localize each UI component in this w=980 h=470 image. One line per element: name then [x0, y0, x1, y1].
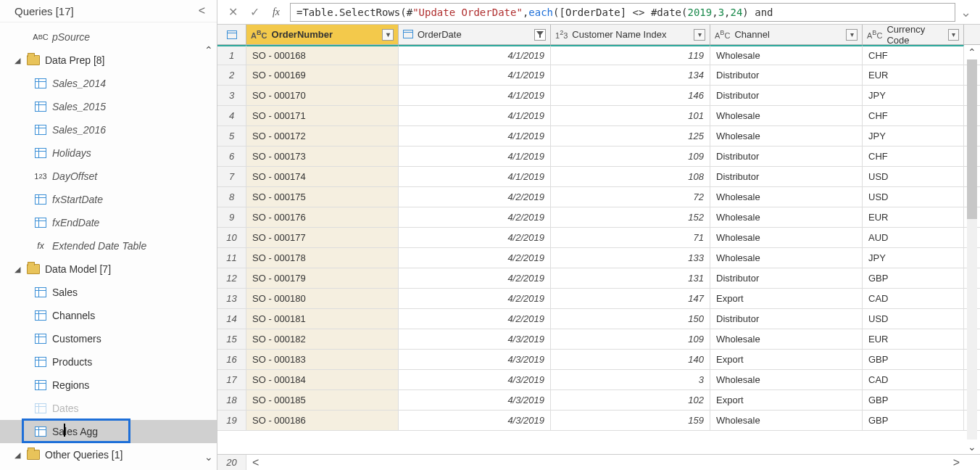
- cell-customer-index[interactable]: 146: [551, 86, 710, 105]
- query-item[interactable]: ABCpSource: [0, 25, 217, 49]
- cell-customer-index[interactable]: 102: [551, 390, 710, 410]
- row-number[interactable]: 16: [217, 350, 246, 369]
- cell-currency[interactable]: JPY: [863, 126, 964, 146]
- query-item[interactable]: fxExtended Date Table: [0, 234, 217, 257]
- query-item[interactable]: fxStartDate: [0, 188, 217, 211]
- table-row[interactable]: 16SO - 0001834/3/2019140ExportGBP: [217, 350, 980, 370]
- row-number[interactable]: 18: [217, 390, 246, 410]
- dropdown-icon[interactable]: ▾: [948, 29, 959, 41]
- cell-orderdate[interactable]: 4/2/2019: [399, 309, 551, 329]
- cell-orderdate[interactable]: 4/2/2019: [399, 289, 551, 308]
- scroll-up-icon[interactable]: ⌃: [204, 44, 213, 56]
- cell-channel[interactable]: Wholesale: [710, 45, 863, 65]
- dropdown-icon[interactable]: ▾: [382, 29, 394, 41]
- cell-orderdate[interactable]: 4/1/2019: [399, 126, 551, 146]
- cell-ordernumber[interactable]: SO - 000172: [246, 126, 399, 146]
- query-item[interactable]: Channels: [0, 304, 217, 327]
- cell-currency[interactable]: CHF: [863, 147, 964, 166]
- cell-ordernumber[interactable]: SO - 000176: [246, 207, 399, 227]
- expand-icon[interactable]: ◢: [14, 56, 25, 65]
- cell-currency[interactable]: EUR: [863, 207, 964, 227]
- cell-ordernumber[interactable]: SO - 000183: [246, 350, 399, 369]
- formula-input[interactable]: = Table.SelectRows (# "Update OrderDate"…: [290, 3, 955, 22]
- cell-channel[interactable]: Wholesale: [710, 411, 863, 430]
- cell-customer-index[interactable]: 134: [551, 65, 710, 85]
- cell-currency[interactable]: GBP: [863, 268, 964, 288]
- query-item[interactable]: Holidays: [0, 141, 217, 165]
- table-row[interactable]: 19SO - 0001864/3/2019159WholesaleGBP: [217, 411, 980, 431]
- cell-customer-index[interactable]: 109: [551, 329, 710, 349]
- row-number[interactable]: 17: [217, 370, 246, 389]
- cell-channel[interactable]: Export: [710, 390, 863, 410]
- table-row[interactable]: 8SO - 0001754/2/201972WholesaleUSD: [217, 187, 980, 207]
- cell-currency[interactable]: EUR: [863, 329, 964, 349]
- table-row[interactable]: 15SO - 0001824/3/2019109WholesaleEUR: [217, 329, 980, 350]
- row-number[interactable]: 11: [217, 248, 246, 268]
- row-number[interactable]: 3: [217, 86, 246, 105]
- row-number[interactable]: 10: [217, 228, 246, 247]
- cell-ordernumber[interactable]: SO - 000186: [246, 411, 399, 430]
- cell-currency[interactable]: CHF: [863, 106, 964, 125]
- cell-currency[interactable]: AUD: [863, 228, 964, 247]
- cell-customer-index[interactable]: 119: [551, 45, 710, 65]
- query-item[interactable]: fxEndDate: [0, 211, 217, 234]
- cell-ordernumber[interactable]: SO - 000174: [246, 167, 399, 186]
- cell-currency[interactable]: JPY: [863, 86, 964, 105]
- cell-orderdate[interactable]: 4/1/2019: [399, 65, 551, 85]
- table-row[interactable]: 3SO - 0001704/1/2019146DistributorJPY: [217, 86, 980, 106]
- row-number[interactable]: 14: [217, 309, 246, 329]
- query-item[interactable]: Sales Agg: [0, 420, 217, 443]
- cell-channel[interactable]: Wholesale: [710, 370, 863, 389]
- scroll-up-icon[interactable]: ⌃: [968, 46, 976, 58]
- cell-ordernumber[interactable]: SO - 000175: [246, 187, 399, 207]
- row-number[interactable]: 8: [217, 187, 246, 207]
- cell-customer-index[interactable]: 152: [551, 207, 710, 227]
- cell-currency[interactable]: USD: [863, 167, 964, 186]
- cell-customer-index[interactable]: 3: [551, 370, 710, 389]
- column-header-customer-name-index[interactable]: 123Customer Name Index▾: [551, 25, 710, 44]
- cell-orderdate[interactable]: 4/3/2019: [399, 329, 551, 349]
- cell-channel[interactable]: Export: [710, 289, 863, 308]
- cell-currency[interactable]: EUR: [863, 65, 964, 85]
- row-number[interactable]: 9: [217, 207, 246, 227]
- query-item[interactable]: Regions: [0, 374, 217, 397]
- row-number[interactable]: 6: [217, 147, 246, 166]
- cell-currency[interactable]: CAD: [863, 289, 964, 308]
- cell-customer-index[interactable]: 140: [551, 350, 710, 369]
- cell-channel[interactable]: Distributor: [710, 167, 863, 186]
- cell-ordernumber[interactable]: SO - 000177: [246, 228, 399, 247]
- cell-channel[interactable]: Distributor: [710, 309, 863, 329]
- table-row[interactable]: 5SO - 0001724/1/2019125WholesaleJPY: [217, 126, 980, 147]
- table-row[interactable]: 11SO - 0001784/2/2019133WholesaleJPY: [217, 248, 980, 268]
- query-item[interactable]: 123DayOffset: [0, 165, 217, 188]
- column-header-orderdate[interactable]: OrderDate: [399, 25, 551, 44]
- cell-customer-index[interactable]: 109: [551, 147, 710, 166]
- cell-channel[interactable]: Wholesale: [710, 187, 863, 207]
- row-number[interactable]: 13: [217, 289, 246, 308]
- dropdown-icon[interactable]: ▾: [694, 29, 705, 41]
- cell-currency[interactable]: CHF: [863, 45, 964, 65]
- cell-orderdate[interactable]: 4/1/2019: [399, 167, 551, 186]
- cell-customer-index[interactable]: 108: [551, 167, 710, 186]
- query-item[interactable]: Products: [0, 350, 217, 374]
- table-row[interactable]: 17SO - 0001844/3/20193WholesaleCAD: [217, 370, 980, 390]
- query-item[interactable]: ◢Data Model [7]: [0, 257, 217, 281]
- column-header-ordernumber[interactable]: ABCOrderNumber▾: [246, 25, 399, 44]
- table-row[interactable]: 14SO - 0001814/2/2019150DistributorUSD: [217, 309, 980, 329]
- cell-customer-index[interactable]: 101: [551, 106, 710, 125]
- cell-orderdate[interactable]: 4/1/2019: [399, 106, 551, 125]
- query-item[interactable]: Customers: [0, 327, 217, 350]
- cell-customer-index[interactable]: 131: [551, 268, 710, 288]
- column-header-channel[interactable]: ABCChannel▾: [710, 25, 863, 44]
- cell-channel[interactable]: Distributor: [710, 147, 863, 166]
- cell-orderdate[interactable]: 4/1/2019: [399, 147, 551, 166]
- horizontal-scrollbar[interactable]: 20 < >: [217, 454, 980, 470]
- cell-currency[interactable]: CAD: [863, 370, 964, 389]
- cell-customer-index[interactable]: 147: [551, 289, 710, 308]
- table-row[interactable]: 18SO - 0001854/3/2019102ExportGBP: [217, 390, 980, 411]
- table-row[interactable]: 10SO - 0001774/2/201971WholesaleAUD: [217, 228, 980, 248]
- cell-orderdate[interactable]: 4/1/2019: [399, 86, 551, 105]
- row-number[interactable]: 2: [217, 65, 246, 85]
- query-item[interactable]: Dates: [0, 397, 217, 420]
- cell-orderdate[interactable]: 4/3/2019: [399, 370, 551, 389]
